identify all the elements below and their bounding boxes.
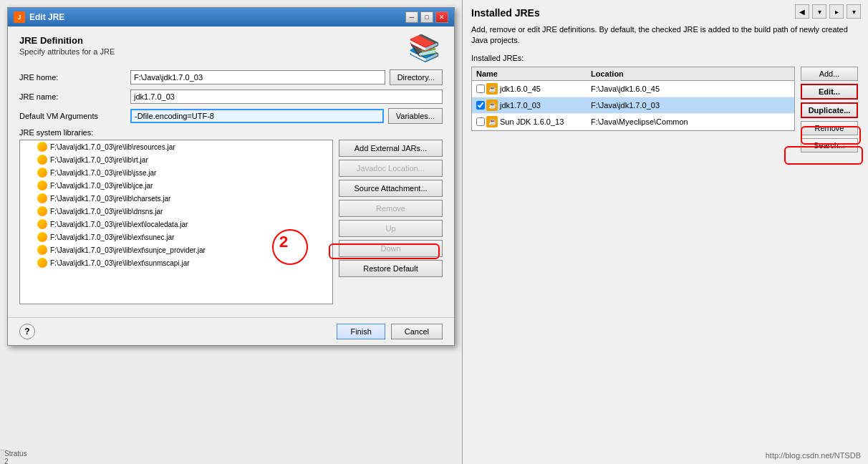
libraries-area: F:\Java\jdk1.7.0_03\jre\lib\resources.ja… — [19, 140, 443, 304]
remove-library-button[interactable]: Remove — [339, 200, 443, 217]
list-item[interactable]: F:\Java\jdk1.7.0_03\jre\lib\ext\sunec.ja… — [20, 231, 332, 243]
libraries-list[interactable]: F:\Java\jdk1.7.0_03\jre\lib\resources.ja… — [19, 140, 333, 304]
lib-text: F:\Java\jdk1.7.0_03\jre\lib\resources.ja… — [50, 143, 175, 151]
jre-name-2: jdk1.7.0_03 — [500, 101, 541, 110]
variables-button[interactable]: Variables... — [388, 108, 443, 124]
dialog-overlay: J Edit JRE ─ □ ✕ JRE Definition Specify … — [0, 0, 462, 464]
libraries-label: JRE system libraries: — [19, 128, 443, 137]
back-icon[interactable]: ◀ — [795, 4, 809, 19]
status-text: Stratus 2 — [4, 450, 27, 465]
lib-text: F:\Java\jdk1.7.0_03\jre\lib\rt.jar — [50, 156, 148, 164]
installed-jres-panel: ◀ ▾ ▸ ▾ Installed JREs Add, remove or ed… — [462, 0, 868, 464]
down-button[interactable]: Down — [339, 240, 443, 257]
forward-icon[interactable]: ▸ — [829, 4, 844, 19]
jre-home-label: JRE home: — [19, 73, 130, 82]
jre-checkbox-3[interactable] — [476, 117, 485, 126]
table-row[interactable]: ☕ Sun JDK 1.6.0_13 F:\Java\Myeclipse\Com… — [472, 113, 794, 130]
jres-table: Name Location ☕ jdk1.6.0_45 F:\ — [472, 67, 794, 130]
list-item[interactable]: F:\Java\jdk1.7.0_03\jre\lib\jsse.jar — [20, 166, 332, 179]
list-item[interactable]: F:\Java\jdk1.7.0_03\jre\lib\ext\sunjce_p… — [20, 243, 332, 256]
default-vm-row: Default VM Arguments Variables... — [19, 108, 443, 124]
list-item[interactable]: F:\Java\jdk1.7.0_03\jre\lib\rt.jar — [20, 153, 332, 166]
footer-buttons: Finish Cancel — [337, 324, 443, 339]
watermark: http://blog.csdn.net/NTSDB — [766, 451, 861, 460]
lib-text: F:\Java\jdk1.7.0_03\jre\lib\ext\sunmscap… — [50, 259, 190, 267]
jre-name-1: jdk1.6.0_45 — [500, 84, 541, 93]
jre-home-row: JRE home: Directory... — [19, 69, 443, 85]
lib-text: F:\Java\jdk1.7.0_03\jre\lib\charsets.jar — [50, 195, 170, 203]
javadoc-location-button[interactable]: Javadoc Location... — [339, 160, 443, 177]
dialog-body: JRE Definition Specify attributes for a … — [8, 26, 454, 317]
default-vm-label: Default VM Arguments — [19, 112, 130, 120]
jre-name-input[interactable] — [130, 90, 443, 104]
table-row[interactable]: ☕ jdk1.7.0_03 F:\Java\jdk1.7.0_03 — [472, 97, 794, 113]
books-icon: 📚 — [408, 35, 443, 64]
lib-text: F:\Java\jdk1.7.0_03\jre\lib\ext\sunjce_p… — [50, 246, 206, 254]
jre-definition-subtitle: Specify attributes for a JRE — [19, 47, 115, 56]
default-vm-input[interactable] — [130, 109, 384, 123]
toolbar-icons: ◀ ▾ ▸ ▾ — [795, 4, 861, 19]
list-item[interactable]: F:\Java\jdk1.7.0_03\jre\lib\dnsns.jar — [20, 205, 332, 218]
col-name: Name — [472, 67, 587, 81]
jre-icon-2: ☕ — [486, 100, 498, 111]
jre-icon-1: ☕ — [486, 83, 498, 95]
search-button[interactable]: Search... — [801, 138, 858, 153]
add-button[interactable]: Add... — [801, 67, 858, 81]
jres-buttons: Add... Edit... Duplicate... Remove Searc… — [801, 67, 858, 153]
minimize-button[interactable]: ─ — [405, 11, 418, 23]
jar-icon — [37, 219, 47, 229]
jres-table-container: Name Location ☕ jdk1.6.0_45 F:\ — [471, 67, 795, 131]
jar-icon — [37, 258, 47, 268]
lib-text: F:\Java\jdk1.7.0_03\jre\lib\dnsns.jar — [50, 208, 163, 216]
up-button[interactable]: Up — [339, 220, 443, 237]
jre-location-3: F:\Java\Myeclipse\Common — [587, 113, 794, 130]
dialog-controls: ─ □ ✕ — [405, 11, 448, 23]
jre-definition-title: JRE Definition — [19, 35, 115, 46]
dialog-title-icon: J — [14, 11, 25, 23]
lib-text: F:\Java\jdk1.7.0_03\jre\lib\jce.jar — [50, 182, 153, 190]
jar-icon — [37, 245, 47, 255]
dropdown-icon[interactable]: ▾ — [812, 4, 826, 19]
close-button[interactable]: ✕ — [435, 11, 448, 23]
jar-icon — [37, 168, 47, 178]
list-item[interactable]: F:\Java\jdk1.7.0_03\jre\lib\ext\localeda… — [20, 218, 332, 231]
remove-button[interactable]: Remove — [801, 121, 858, 135]
jre-location-1: F:\Java\jdk1.6.0_45 — [587, 80, 794, 97]
jar-icon — [37, 193, 47, 203]
lib-text: F:\Java\jdk1.7.0_03\jre\lib\jsse.jar — [50, 169, 156, 177]
add-external-jars-button[interactable]: Add External JARs... — [339, 140, 443, 157]
jre-home-input[interactable] — [130, 70, 385, 84]
jre-name-3: Sun JDK 1.6.0_13 — [500, 117, 564, 126]
forward2-icon[interactable]: ▾ — [847, 4, 861, 19]
lib-text: F:\Java\jdk1.7.0_03\jre\lib\ext\sunec.ja… — [50, 233, 174, 241]
source-attachment-button[interactable]: Source Attachment... — [339, 180, 443, 197]
jre-icon-3: ☕ — [486, 116, 498, 127]
jre-checkbox-1[interactable] — [476, 84, 485, 93]
dialog-title-label: Edit JRE — [29, 12, 64, 22]
cancel-button[interactable]: Cancel — [391, 324, 443, 339]
list-item[interactable]: F:\Java\jdk1.7.0_03\jre\lib\resources.ja… — [20, 140, 332, 153]
list-item[interactable]: F:\Java\jdk1.7.0_03\jre\lib\ext\sunmscap… — [20, 256, 332, 269]
installed-jres-label: Installed JREs: — [471, 54, 859, 62]
duplicate-button[interactable]: Duplicate... — [801, 102, 858, 118]
edit-button[interactable]: Edit... — [801, 84, 858, 100]
help-button[interactable]: ? — [19, 324, 35, 339]
installed-jres-description: Add, remove or edit JRE definitions. By … — [471, 24, 859, 47]
status-bar: Stratus 2 — [0, 450, 4, 464]
dialog-footer: ? Finish Cancel — [8, 317, 454, 345]
maximize-button[interactable]: □ — [420, 11, 433, 23]
list-item[interactable]: F:\Java\jdk1.7.0_03\jre\lib\jce.jar — [20, 179, 332, 192]
list-item[interactable]: F:\Java\jdk1.7.0_03\jre\lib\charsets.jar — [20, 192, 332, 205]
jre-checkbox-2[interactable] — [476, 101, 485, 110]
jre-location-2: F:\Java\jdk1.7.0_03 — [587, 97, 794, 113]
restore-default-button[interactable]: Restore Default — [339, 260, 443, 277]
directory-button[interactable]: Directory... — [390, 69, 443, 85]
jre-name-row: JRE name: — [19, 90, 443, 104]
jar-icon — [37, 206, 47, 216]
table-row[interactable]: ☕ jdk1.6.0_45 F:\Java\jdk1.6.0_45 — [472, 80, 794, 97]
finish-button[interactable]: Finish — [337, 324, 385, 339]
lib-text: F:\Java\jdk1.7.0_03\jre\lib\ext\localeda… — [50, 221, 188, 228]
edit-jre-dialog: J Edit JRE ─ □ ✕ JRE Definition Specify … — [7, 7, 455, 346]
jar-icon — [37, 232, 47, 242]
dialog-title-text: J Edit JRE — [14, 11, 64, 23]
